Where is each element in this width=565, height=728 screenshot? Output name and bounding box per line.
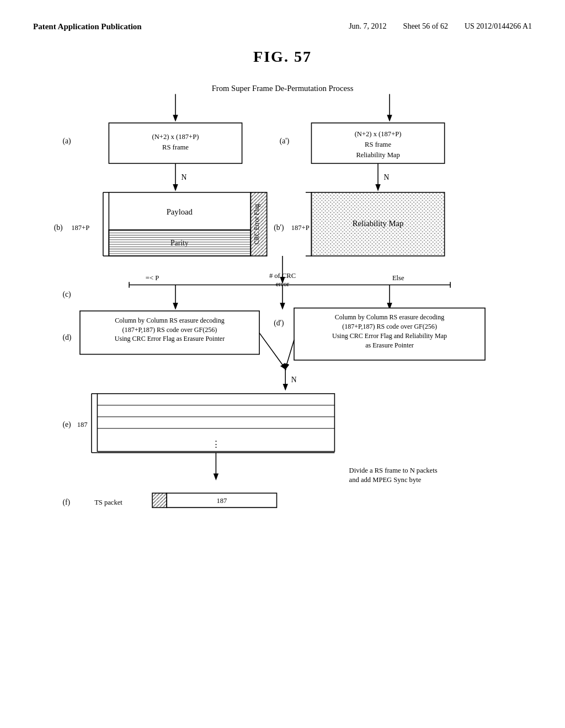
- svg-text:Reliability Map: Reliability Map: [353, 219, 404, 228]
- svg-text:Divide a RS frame to N packets: Divide a RS frame to N packets: [349, 467, 438, 474]
- label-f: (f): [62, 498, 70, 507]
- svg-text:# of CRC: # of CRC: [269, 272, 296, 280]
- svg-line-55: [285, 340, 294, 368]
- svg-text:and add MPEG Sync byte: and add MPEG Sync byte: [349, 476, 422, 484]
- svg-text:187: 187: [216, 497, 227, 505]
- svg-text:187: 187: [77, 421, 88, 429]
- svg-text:⋮: ⋮: [212, 440, 220, 448]
- svg-text:(N+2) x (187+P): (N+2) x (187+P): [152, 133, 199, 141]
- svg-text:Column by Column RS erasure de: Column by Column RS erasure decoding: [335, 313, 444, 321]
- svg-text:TS packet: TS packet: [94, 499, 122, 506]
- svg-text:187+P: 187+P: [71, 224, 89, 232]
- svg-text:Column by Column RS erasure de: Column by Column RS erasure decoding: [115, 317, 224, 324]
- svg-text:187+P: 187+P: [291, 224, 310, 232]
- svg-line-49: [259, 333, 285, 369]
- svg-text:N: N: [291, 376, 297, 384]
- label-b-prime: (b'): [274, 223, 284, 232]
- header: Patent Application Publication Jun. 7, 2…: [33, 22, 532, 31]
- svg-text:N: N: [384, 173, 390, 181]
- label-e: (e): [62, 420, 71, 429]
- svg-text:=< P: =< P: [146, 274, 159, 282]
- svg-text:Else: Else: [392, 274, 404, 282]
- svg-text:error: error: [276, 280, 290, 288]
- caption: From Super Frame De-Permutation Process: [212, 84, 354, 93]
- svg-text:as Erasure Pointer: as Erasure Pointer: [365, 341, 414, 349]
- header-right: Jun. 7, 2012 Sheet 56 of 62 US 2012/0144…: [349, 22, 532, 31]
- svg-text:(187+P,187) RS code over GF(25: (187+P,187) RS code over GF(256): [342, 323, 437, 330]
- header-date: Jun. 7, 2012: [349, 22, 386, 31]
- svg-text:Using CRC Error Flag as Erasur: Using CRC Error Flag as Erasure Pointer: [115, 335, 225, 342]
- label-d-prime: (d'): [274, 319, 284, 328]
- svg-text:N: N: [181, 173, 186, 181]
- header-sheet: Sheet 56 of 62: [403, 22, 448, 31]
- svg-text:Using CRC Error Flag and Relia: Using CRC Error Flag and Reliability Map: [332, 332, 447, 340]
- svg-rect-25: [109, 230, 250, 256]
- header-patent: US 2012/0144266 A1: [465, 22, 532, 31]
- svg-text:RS frame: RS frame: [365, 141, 391, 148]
- label-a: (a): [62, 137, 71, 146]
- label-d: (d): [62, 333, 71, 342]
- label-c: (c): [62, 290, 71, 299]
- fig-title: FIG. 57: [33, 48, 532, 66]
- header-left: Patent Application Publication: [33, 22, 142, 31]
- svg-rect-72: [152, 493, 167, 507]
- page: Patent Application Publication Jun. 7, 2…: [0, 0, 565, 728]
- svg-text:RS frame: RS frame: [162, 143, 189, 151]
- svg-text:(N+2) x (187+P): (N+2) x (187+P): [355, 130, 402, 138]
- svg-text:CRC Error Flag: CRC Error Flag: [253, 204, 260, 244]
- svg-text:Payload: Payload: [167, 207, 193, 216]
- svg-text:Reliability Map: Reliability Map: [356, 151, 399, 159]
- label-b: (b): [54, 223, 63, 232]
- diagram: From Super Frame De-Permutation Process: [45, 77, 520, 686]
- label-a-prime: (a'): [280, 137, 290, 146]
- svg-text:(187+P,187) RS code over GF(25: (187+P,187) RS code over GF(256): [122, 326, 217, 334]
